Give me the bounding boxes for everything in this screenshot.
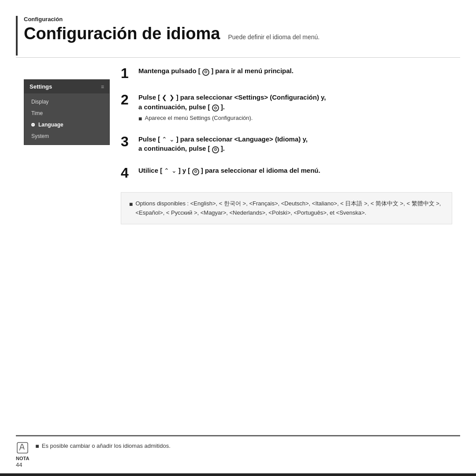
bottom-note-text-area: ■ Es posible cambiar o añadir los idioma…: [35, 442, 170, 450]
header-section: Configuración Configuración de idioma Pu…: [24, 16, 452, 43]
menu-item-display-label: Display: [31, 99, 48, 105]
step-4: 4 Utilice [ ⌃ ⌄ ] y [ ⊙ ] para seleccion…: [121, 166, 452, 180]
step-1-content: Mantenga pulsado [ ⊙ ] para ir al menú p…: [138, 66, 452, 76]
step-2-content: Pulse [ ❮ ❯ ] para seleccionar <Settings…: [138, 93, 452, 122]
subtitle: Puede definir el idioma del menú.: [228, 33, 320, 41]
circle-icon-3: ⊙: [212, 146, 219, 153]
bottom-note-area: NOTA ■ Es posible cambiar o añadir los i…: [16, 435, 460, 464]
step-2-note-text: Aparece el menú Settings (Configuración)…: [145, 115, 253, 121]
menu-item-display[interactable]: Display: [24, 96, 109, 108]
menu-item-time-label: Time: [31, 110, 43, 116]
bottom-bar: [0, 473, 476, 476]
step-1-number: 1: [121, 66, 133, 80]
step-3-text: Pulse [ ⌃ ⌄ ] para seleccionar <Language…: [138, 134, 452, 154]
options-box-text: Options disponibles : <English>, < 한국어 >…: [135, 200, 441, 216]
step-2-note: ■ Aparece el menú Settings (Configuració…: [138, 115, 452, 122]
arrow-left-icon: ❮: [162, 94, 167, 101]
bottom-note-text: Es posible cambiar o añadir los idiomas …: [42, 443, 171, 449]
content-area: Settings ≡ Display Time Language System: [24, 66, 452, 419]
instructions: 1 Mantenga pulsado [ ⊙ ] para ir al menú…: [121, 66, 452, 224]
step-1: 1 Mantenga pulsado [ ⊙ ] para ir al menú…: [121, 66, 452, 80]
step-2: 2 Pulse [ ❮ ❯ ] para seleccionar <Settin…: [121, 93, 452, 122]
nota-label: NOTA: [16, 456, 29, 461]
settings-menu-header: Settings ≡: [24, 80, 109, 93]
arrow-up-icon-4: ⌃: [164, 167, 169, 174]
step-2-text: Pulse [ ❮ ❯ ] para seleccionar <Settings…: [138, 93, 452, 112]
step-3: 3 Pulse [ ⌃ ⌄ ] para seleccionar <Langua…: [121, 134, 452, 154]
pencil-icon: [16, 442, 29, 454]
menu-item-time[interactable]: Time: [24, 108, 109, 119]
settings-menu-title: Settings: [30, 83, 52, 90]
menu-item-language[interactable]: Language: [24, 119, 109, 130]
step-4-text: Utilice [ ⌃ ⌄ ] y [ ⊙ ] para seleccionar…: [138, 166, 452, 175]
circle-icon-1: ⊙: [202, 69, 209, 76]
main-title: Configuración de idioma: [24, 24, 220, 43]
page-container: Configuración Configuración de idioma Pu…: [0, 0, 476, 476]
circle-icon-2: ⊙: [212, 104, 219, 112]
active-bullet-icon: [31, 123, 35, 126]
settings-menu-items: Display Time Language System: [24, 93, 109, 145]
circle-icon-4: ⊙: [192, 168, 199, 175]
step-3-content: Pulse [ ⌃ ⌄ ] para seleccionar <Language…: [138, 134, 452, 154]
bottom-note-content: NOTA ■ Es posible cambiar o añadir los i…: [16, 435, 460, 464]
small-title: Configuración: [24, 16, 452, 22]
options-note-bullet-icon: ■: [129, 199, 133, 209]
header-divider: [16, 57, 460, 58]
bottom-note-bullet-icon: ■: [35, 443, 39, 450]
menu-icon: ≡: [101, 84, 104, 90]
left-border-accent: [16, 16, 18, 56]
step-4-content: Utilice [ ⌃ ⌄ ] y [ ⊙ ] para seleccionar…: [138, 166, 452, 175]
step-2-number: 2: [121, 93, 133, 107]
menu-item-system-label: System: [31, 133, 49, 139]
settings-menu: Settings ≡ Display Time Language System: [24, 79, 110, 145]
nota-icon-area: NOTA: [16, 442, 29, 461]
step-3-number: 3: [121, 134, 133, 149]
menu-item-system[interactable]: System: [24, 130, 109, 142]
arrow-down-icon: ⌄: [169, 136, 175, 143]
note-bullet-icon-2: ■: [138, 115, 142, 122]
step-1-text: Mantenga pulsado [ ⊙ ] para ir al menú p…: [138, 66, 452, 76]
arrow-up-icon: ⌃: [162, 136, 167, 143]
arrow-down-icon-4: ⌄: [171, 167, 177, 174]
menu-item-language-label: Language: [38, 122, 63, 128]
options-box: ■ Options disponibles : <English>, < 한국어…: [121, 192, 452, 224]
page-number: 44: [16, 461, 22, 468]
arrow-right-icon: ❯: [169, 94, 175, 101]
step-4-number: 4: [121, 166, 133, 180]
